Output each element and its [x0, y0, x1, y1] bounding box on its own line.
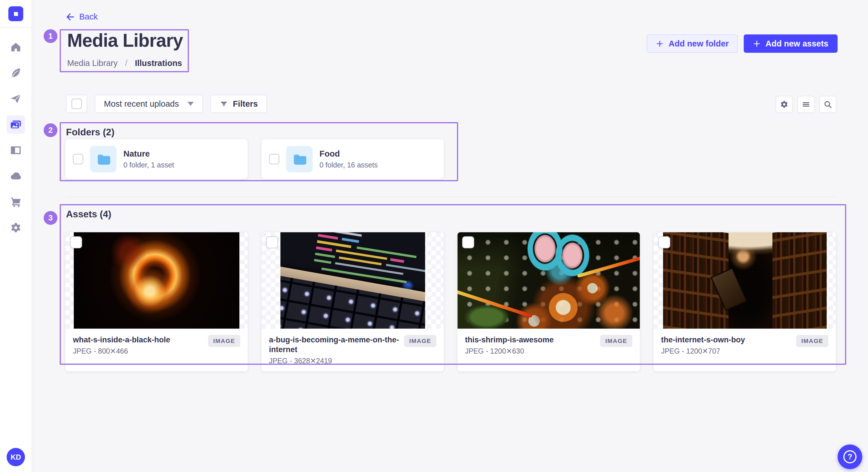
- asset-label: what-s-inside-a-black-hole JPEG - 800✕46…: [65, 329, 248, 371]
- help-button[interactable]: ?: [838, 444, 862, 469]
- filter-icon: [220, 100, 228, 108]
- asset-name: this-shrimp-is-awesome: [465, 335, 596, 345]
- assets-grid: what-s-inside-a-black-hole JPEG - 800✕46…: [65, 232, 836, 371]
- asset-thumbnail: [65, 232, 248, 329]
- sidebar-item-marketplace[interactable]: [7, 193, 25, 211]
- layout-icon: [10, 144, 22, 156]
- breadcrumb-current: Illustrations: [135, 59, 182, 68]
- asset-type-badge: IMAGE: [796, 335, 828, 347]
- paper-plane-icon: [10, 93, 22, 104]
- library-portrait-image: [663, 232, 827, 329]
- header-actions: Add new folder Add new assets: [647, 34, 838, 53]
- media-library-page: Back Media Library Media Library / Illus…: [32, 0, 868, 472]
- asset-label: a-bug-is-becoming-a-meme-on-the-internet…: [261, 329, 444, 371]
- sidebar-nav: [0, 38, 32, 237]
- folder-name: Nature: [123, 149, 174, 159]
- breadcrumb-parent[interactable]: Media Library: [67, 59, 118, 68]
- help-icon: ?: [843, 450, 857, 463]
- folder-meta: 0 folder, 1 asset: [123, 161, 174, 169]
- cloud-icon: [10, 170, 22, 182]
- asset-meta: JPEG - 1200✕630: [465, 347, 596, 355]
- search-button[interactable]: [819, 96, 836, 113]
- sidebar-item-content-type-builder[interactable]: [7, 141, 25, 160]
- folder-tile: [286, 146, 313, 172]
- annotation-step-2: 2: [43, 123, 57, 137]
- asset-type-badge: IMAGE: [600, 335, 632, 347]
- folder-texts: Food 0 folder, 16 assets: [319, 149, 378, 169]
- settings-button[interactable]: [776, 96, 793, 113]
- back-arrow-icon: [66, 12, 74, 21]
- folders-heading: Folders (2): [66, 127, 115, 138]
- asset-name: the-internet-s-own-boy: [661, 335, 792, 345]
- feather-icon: [10, 67, 22, 78]
- back-link[interactable]: Back: [66, 12, 98, 22]
- folder-checkbox[interactable]: [73, 154, 83, 164]
- folder-icon: [292, 152, 306, 166]
- strapi-logo[interactable]: [8, 6, 23, 21]
- shrimp-image: [458, 232, 640, 329]
- folders-grid: Nature 0 folder, 1 asset Food 0 folder, …: [65, 139, 836, 179]
- sidebar-item-releases[interactable]: [7, 90, 25, 108]
- section-divider: [66, 197, 836, 197]
- antenna-art: [577, 256, 640, 278]
- user-avatar[interactable]: KD: [7, 448, 25, 466]
- code-laptop-image: [280, 232, 425, 329]
- antenna-art: [458, 289, 532, 318]
- home-icon: [10, 41, 22, 53]
- asset-card-bug-meme[interactable]: a-bug-is-becoming-a-meme-on-the-internet…: [261, 232, 444, 371]
- list-icon: [802, 100, 810, 109]
- sidebar-item-media-library[interactable]: [7, 115, 25, 134]
- asset-thumbnail: [654, 232, 836, 329]
- sort-value: Most recent uploads: [104, 99, 179, 109]
- asset-checkbox[interactable]: [462, 236, 474, 248]
- asset-meta: JPEG - 800✕466: [73, 347, 204, 355]
- add-new-folder-label: Add new folder: [669, 39, 728, 48]
- sidebar-divider: [0, 28, 32, 28]
- filters-label: Filters: [233, 99, 258, 109]
- add-new-assets-button[interactable]: Add new assets: [744, 34, 838, 53]
- sidebar-item-home[interactable]: [7, 38, 25, 56]
- asset-label: the-internet-s-own-boy JPEG - 1200✕707 I…: [654, 329, 836, 371]
- plus-icon: [656, 40, 663, 47]
- gear-icon: [780, 100, 788, 109]
- folder-card-food[interactable]: Food 0 folder, 16 assets: [261, 139, 444, 179]
- sidebar-item-content-manager[interactable]: [7, 64, 25, 82]
- asset-name: what-s-inside-a-black-hole: [73, 335, 204, 345]
- plus-icon: [753, 40, 761, 47]
- list-view-button[interactable]: [797, 96, 815, 113]
- breadcrumb: Media Library / Illustrations: [67, 59, 182, 68]
- sidebar-item-settings[interactable]: [7, 218, 25, 237]
- folder-tile: [90, 146, 117, 172]
- folder-meta: 0 folder, 16 assets: [319, 161, 378, 169]
- folder-card-nature[interactable]: Nature 0 folder, 1 asset: [65, 139, 248, 179]
- media-library-icon: [10, 119, 22, 130]
- sort-dropdown[interactable]: Most recent uploads: [95, 95, 203, 113]
- page-title: Media Library: [67, 30, 183, 51]
- asset-meta: JPEG - 3628✕2419: [269, 357, 400, 365]
- filters-button[interactable]: Filters: [210, 95, 267, 113]
- add-new-assets-label: Add new assets: [766, 39, 828, 48]
- asset-label: this-shrimp-is-awesome JPEG - 1200✕630 I…: [458, 329, 640, 371]
- asset-checkbox[interactable]: [70, 236, 82, 248]
- folder-checkbox[interactable]: [269, 154, 279, 164]
- cart-icon: [10, 196, 22, 208]
- gear-icon: [10, 222, 22, 233]
- toolbar: Most recent uploads Filters: [66, 95, 267, 113]
- annotation-step-1: 1: [43, 29, 57, 43]
- add-new-folder-button[interactable]: Add new folder: [647, 34, 738, 53]
- asset-checkbox[interactable]: [658, 236, 670, 248]
- asset-checkbox[interactable]: [266, 236, 278, 248]
- asset-card-black-hole[interactable]: what-s-inside-a-black-hole JPEG - 800✕46…: [65, 232, 248, 371]
- view-controls: [776, 96, 836, 113]
- folder-icon: [96, 152, 110, 166]
- asset-thumbnail: [458, 232, 640, 329]
- folder-name: Food: [319, 149, 378, 159]
- select-all-checkbox[interactable]: [71, 99, 82, 109]
- asset-card-shrimp[interactable]: this-shrimp-is-awesome JPEG - 1200✕630 I…: [458, 232, 640, 371]
- asset-card-internets-own-boy[interactable]: the-internet-s-own-boy JPEG - 1200✕707 I…: [654, 232, 836, 371]
- annotation-step-3: 3: [43, 211, 57, 225]
- bookshelf-art: [772, 232, 826, 329]
- select-all-checkbox-card[interactable]: [66, 95, 87, 113]
- sidebar-item-deploy[interactable]: [7, 167, 25, 185]
- asset-meta: JPEG - 1200✕707: [661, 347, 792, 355]
